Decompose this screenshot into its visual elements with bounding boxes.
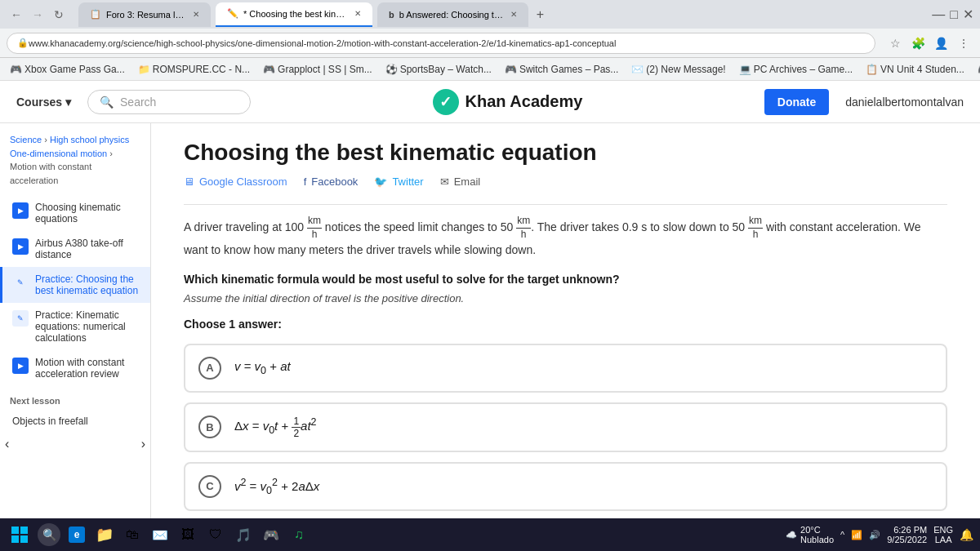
taskbar-explorer[interactable]: 📁	[93, 523, 116, 546]
answer-choice-A[interactable]: A v = v0 + at	[184, 344, 947, 393]
taskbar-store[interactable]: 🛍	[121, 523, 144, 546]
answer-formula-B: Δx = v0t + 12at2	[234, 415, 317, 439]
bookmark-9[interactable]: 🎮 STEAMUNLOCKED...	[974, 62, 980, 77]
question-italic: Assume the initial direction of travel i…	[184, 292, 947, 304]
bookmark-7[interactable]: 💻 PC Archives – Game...	[736, 62, 856, 77]
answer-choice-B[interactable]: B Δx = v0t + 12at2	[184, 402, 947, 452]
share-bar: 🖥 Google Classroom f Facebook 🐦 Twitter …	[184, 176, 947, 188]
bookmark-5[interactable]: 🎮 Switch Games – Pas...	[501, 62, 621, 77]
breadcrumb: Science › High school physics One-dimens…	[0, 133, 150, 195]
browser-maximize[interactable]: □	[950, 7, 958, 22]
taskbar-music[interactable]: 🎵	[232, 523, 255, 546]
problem-text: A driver traveling at 100 kmh notices th…	[184, 215, 947, 260]
browser-tab-2[interactable]: ✏️ * Choosing the best kinem... ✕	[216, 2, 372, 27]
start-button[interactable]	[7, 522, 33, 548]
taskbar-spotify[interactable]: ♫	[287, 523, 310, 546]
sidebar-icon-exercise-1: ✎	[12, 274, 29, 291]
taskbar: 🔍 e 📁 🛍 ✉️ 🖼 🛡 🎵 🎮 ♫ ☁️ 20°C Nublado ^ 📶…	[0, 518, 980, 551]
twitter-icon: 🐦	[374, 176, 387, 188]
courses-menu[interactable]: Courses ▾	[16, 96, 71, 109]
answer-circle-C: C	[198, 475, 221, 498]
weather-temp: 20°C	[800, 525, 834, 535]
email-icon: ✉	[440, 176, 449, 188]
share-email[interactable]: ✉ Email	[440, 176, 481, 188]
scroll-right-btn[interactable]: ›	[141, 437, 145, 451]
browser-back-btn[interactable]: ←	[7, 5, 26, 24]
browser-tab-1[interactable]: 📋 Foro 3: Resuma lo más ✕	[78, 2, 211, 27]
sidebar-item-practice-kinematic[interactable]: ✎ Practice: Kinematic equations: numeric…	[0, 303, 150, 350]
breadcrumb-science[interactable]: Science	[10, 135, 42, 144]
tab1-close[interactable]: ✕	[193, 10, 199, 19]
weather-display: ☁️ 20°C Nublado	[786, 525, 834, 544]
sidebar-item-freefall[interactable]: Objects in freefall	[0, 409, 150, 433]
sidebar-item-label-1: Choosing kinematic equations	[35, 202, 140, 224]
ka-logo-text: Khan Academy	[466, 92, 583, 111]
scroll-left-btn[interactable]: ‹	[5, 437, 9, 451]
taskbar-mail[interactable]: ✉️	[149, 523, 172, 546]
taskbar-security[interactable]: 🛡	[204, 523, 227, 546]
sidebar: Science › High school physics One-dimens…	[0, 123, 151, 551]
volume-icon[interactable]: 🔊	[869, 530, 880, 540]
tab2-label: * Choosing the best kinem...	[243, 9, 350, 19]
main-content: Choosing the best kinematic equation 🖥 G…	[151, 123, 980, 551]
search-taskbar-btn[interactable]: 🔍	[38, 523, 60, 546]
breadcrumb-motion1: One-dimensional motion	[10, 149, 109, 158]
browser-controls-bar: 🔒 www.khanacademy.org/science/high-schoo…	[0, 29, 980, 58]
search-icon: 🔍	[100, 96, 114, 109]
ka-logo: ✓ Khan Academy	[267, 89, 748, 115]
breadcrumb-hs-physics[interactable]: High school physics	[50, 135, 129, 144]
bookmark-6[interactable]: ✉️ (2) New Message!	[628, 62, 728, 77]
bookmark-2[interactable]: 📁 ROMSPURE.CC - N...	[135, 62, 253, 77]
bookmark-8[interactable]: 📋 VN Unit 4 Studen...	[862, 62, 968, 77]
tab3-close[interactable]: ✕	[510, 10, 517, 19]
sidebar-item-practice-choosing[interactable]: ✎ Practice: Choosing the best kinematic …	[0, 267, 150, 303]
share-google[interactable]: 🖥 Google Classroom	[184, 176, 287, 188]
star-btn[interactable]: ☆	[885, 33, 905, 53]
answer-choice-C[interactable]: C v2 = v02 + 2aΔx	[184, 462, 947, 511]
search-label: Search	[120, 96, 156, 109]
wifi-icon[interactable]: 📶	[851, 530, 862, 540]
taskbar-edge[interactable]: e	[65, 523, 88, 546]
tab1-label: Foro 3: Resuma lo más	[106, 10, 188, 20]
new-tab-btn[interactable]: +	[537, 7, 544, 22]
courses-label: Courses	[16, 96, 62, 109]
sidebar-item-label-5: Motion with constant acceleration review	[35, 357, 140, 380]
share-twitter[interactable]: 🐦 Twitter	[374, 176, 423, 188]
tab2-close[interactable]: ✕	[354, 9, 361, 18]
profile-btn[interactable]: 👤	[931, 33, 951, 53]
answer-formula-A: v = v0 + at	[234, 359, 291, 376]
sidebar-icon-video-3: ▶	[12, 358, 29, 374]
notification-icon[interactable]: 🔔	[960, 528, 973, 541]
menu-btn[interactable]: ⋮	[954, 33, 973, 53]
donate-button[interactable]: Donate	[764, 89, 829, 115]
page-title: Choosing the best kinematic equation	[184, 140, 947, 166]
share-facebook[interactable]: f Facebook	[304, 176, 359, 188]
system-tray: ☁️ 20°C Nublado ^ 📶 🔊 6:26 PM 9/25/2022 …	[786, 525, 973, 544]
search-bar[interactable]: 🔍 Search	[87, 90, 251, 114]
weather-icon: ☁️	[786, 530, 797, 540]
extensions-btn[interactable]: 🧩	[908, 33, 928, 53]
taskbar-photos[interactable]: 🖼	[176, 523, 199, 546]
bookmarks-bar: 🎮 Xbox Game Pass Ga... 📁 ROMSPURE.CC - N…	[0, 58, 980, 81]
url-bar[interactable]: 🔒 www.khanacademy.org/science/high-schoo…	[7, 33, 875, 54]
ka-logo-icon: ✓	[433, 89, 459, 115]
browser-forward-btn[interactable]: →	[28, 5, 47, 24]
taskbar-game[interactable]: 🎮	[260, 523, 283, 546]
bookmark-3[interactable]: 🎮 Grapploct | SS | Sm...	[260, 62, 376, 77]
breadcrumb-motion2: Motion with constant acceleration	[10, 162, 91, 185]
time-display[interactable]: 6:26 PM 9/25/2022	[887, 525, 927, 544]
sidebar-item-choosing-kinematic[interactable]: ▶ Choosing kinematic equations	[0, 195, 150, 231]
bookmark-1[interactable]: 🎮 Xbox Game Pass Ga...	[7, 62, 128, 77]
browser-refresh-btn[interactable]: ↻	[49, 5, 69, 24]
bookmark-4[interactable]: ⚽ SportsBay – Watch...	[382, 62, 495, 77]
answer-circle-B: B	[198, 415, 221, 438]
browser-minimize[interactable]: —	[932, 7, 945, 22]
svg-rect-2	[11, 535, 19, 543]
sidebar-item-label-4: Practice: Kinematic equations: numerical…	[35, 309, 140, 344]
browser-tab-3[interactable]: b b Answered: Choosing the b... ✕	[377, 2, 528, 27]
sidebar-item-motion-review[interactable]: ▶ Motion with constant acceleration revi…	[0, 350, 150, 386]
sidebar-icon-video-2: ▶	[12, 238, 29, 255]
browser-close[interactable]: ✕	[963, 7, 973, 22]
svg-rect-1	[20, 527, 28, 534]
sidebar-item-airbus[interactable]: ▶ Airbus A380 take-off distance	[0, 231, 150, 267]
